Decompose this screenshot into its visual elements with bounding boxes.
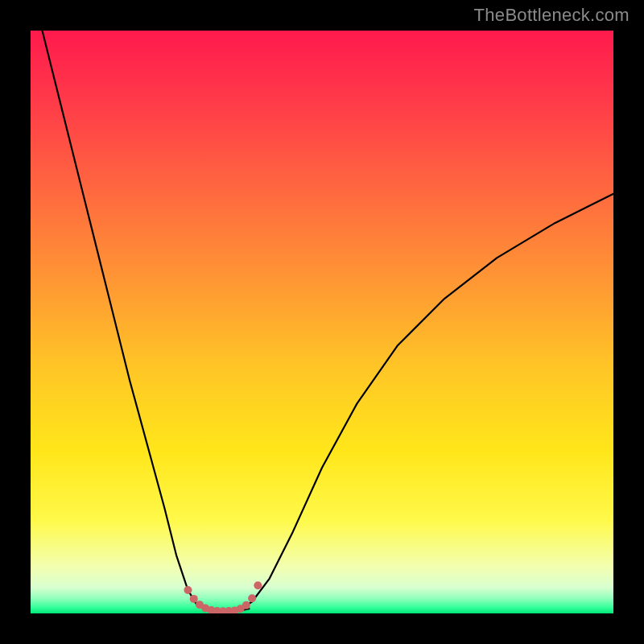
marker-point [248,594,256,602]
marker-point [184,586,192,594]
series-left-arm [42,31,205,609]
curve-layer [31,31,613,613]
marker-point [190,595,198,603]
marker-point [242,601,250,609]
marker-point [254,581,262,589]
series-right-arm [241,194,613,609]
watermark-text: TheBottleneck.com [474,5,630,26]
series-valley-markers [184,581,262,613]
plot-area [31,31,613,613]
